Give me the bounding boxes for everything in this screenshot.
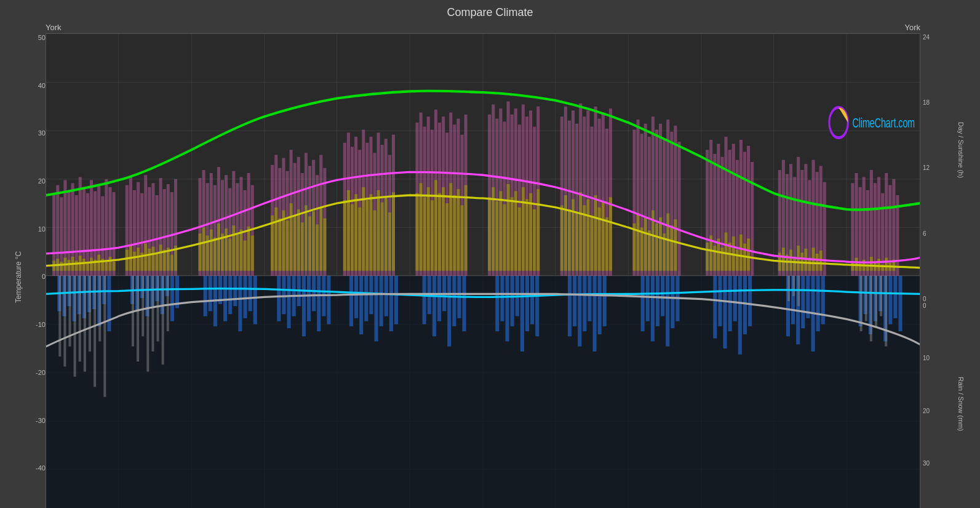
svg-rect-59	[302, 276, 306, 336]
svg-rect-488	[870, 257, 873, 271]
svg-rect-90	[525, 276, 529, 331]
svg-rect-75	[423, 276, 426, 325]
svg-rect-356	[159, 244, 162, 271]
svg-rect-96	[583, 276, 586, 331]
svg-rect-399	[373, 211, 376, 271]
svg-rect-391	[343, 200, 346, 271]
svg-rect-395	[358, 208, 361, 271]
svg-rect-441	[590, 216, 593, 271]
svg-rect-132	[893, 276, 897, 318]
chart-svg: ClimeChart.com ClimeChart.com	[46, 34, 920, 508]
svg-rect-423	[503, 204, 506, 271]
svg-rect-378	[278, 219, 281, 271]
svg-rect-468	[739, 235, 743, 271]
svg-rect-467	[736, 249, 739, 270]
svg-rect-353	[148, 249, 151, 271]
svg-rect-413	[445, 203, 448, 271]
svg-rect-347	[125, 249, 129, 270]
svg-rect-394	[354, 194, 357, 270]
svg-rect-426	[514, 191, 517, 270]
right-sunshine-ticks: 24 18 12 6 0	[920, 23, 954, 302]
svg-rect-86	[506, 276, 509, 341]
svg-rect-91	[530, 276, 534, 325]
svg-rect-390	[323, 219, 326, 271]
svg-rect-411	[438, 193, 441, 271]
svg-rect-362	[202, 227, 205, 270]
svg-rect-336	[75, 260, 78, 270]
svg-rect-389	[319, 208, 322, 271]
svg-rect-384	[301, 222, 304, 271]
top-labels: York York	[46, 23, 920, 33]
svg-rect-474	[789, 249, 792, 270]
svg-rect-72	[384, 276, 388, 316]
chart-plot-area: ClimeChart.com ClimeChart.com	[46, 33, 920, 508]
svg-rect-374	[247, 227, 250, 271]
svg-rect-140	[89, 276, 91, 352]
svg-rect-409	[431, 200, 434, 271]
svg-rect-354	[151, 247, 154, 271]
svg-rect-446	[609, 197, 612, 271]
svg-rect-410	[434, 180, 437, 270]
svg-rect-408	[427, 187, 430, 271]
svg-rect-459	[706, 243, 709, 271]
svg-rect-135	[63, 276, 66, 366]
svg-rect-102	[646, 276, 650, 321]
svg-rect-139	[84, 276, 86, 372]
svg-rect-106	[666, 276, 669, 347]
svg-rect-438	[579, 192, 582, 271]
svg-rect-424	[507, 184, 510, 271]
svg-rect-448	[637, 213, 640, 270]
svg-rect-443	[598, 208, 601, 271]
svg-rect-101	[641, 276, 645, 331]
svg-rect-449	[640, 227, 643, 270]
svg-rect-95	[578, 276, 581, 347]
svg-rect-134	[58, 276, 61, 357]
svg-rect-290	[677, 142, 680, 276]
svg-rect-364	[210, 230, 213, 271]
svg-rect-60	[307, 276, 311, 321]
svg-rect-44	[209, 276, 212, 311]
svg-rect-388	[316, 224, 319, 270]
svg-rect-345	[108, 257, 111, 271]
svg-rect-387	[312, 211, 315, 271]
svg-rect-325	[881, 193, 884, 276]
right-rain-ticks: 0 10 20 30 40	[920, 302, 954, 508]
svg-rect-115	[743, 276, 747, 334]
svg-rect-156	[865, 276, 867, 321]
svg-rect-355	[156, 254, 159, 271]
svg-rect-432	[536, 189, 540, 271]
left-y-axis: 50 40 30 20 10 0 -10 -20 -30 -40 -50	[26, 23, 46, 508]
svg-rect-157	[870, 276, 872, 341]
svg-rect-434	[564, 195, 567, 271]
svg-rect-152	[787, 276, 790, 301]
svg-rect-338	[82, 259, 86, 271]
svg-rect-425	[511, 197, 514, 271]
svg-rect-332	[60, 262, 63, 271]
svg-rect-62	[317, 276, 321, 331]
svg-rect-142	[98, 276, 101, 341]
svg-rect-52	[249, 276, 252, 311]
right-axis-rain-label: Rain / Snow (mm)	[954, 277, 968, 509]
svg-rect-453	[655, 224, 658, 271]
svg-rect-421	[495, 201, 498, 271]
chart-area: Temperature °C 50 40 30 20 10 0 -10 -20 …	[12, 23, 968, 508]
svg-rect-342	[97, 255, 100, 271]
svg-rect-422	[499, 191, 502, 270]
svg-rect-116	[748, 276, 752, 326]
svg-rect-32	[107, 276, 111, 331]
svg-rect-149	[157, 276, 159, 341]
svg-rect-68	[364, 276, 368, 321]
svg-rect-105	[661, 276, 664, 316]
svg-rect-368	[225, 228, 228, 271]
svg-rect-415	[453, 195, 456, 271]
svg-rect-56	[287, 276, 291, 328]
svg-rect-416	[456, 189, 460, 271]
svg-rect-133	[899, 276, 902, 331]
svg-rect-397	[365, 200, 368, 271]
svg-rect-402	[384, 196, 388, 271]
svg-rect-412	[442, 187, 445, 271]
svg-rect-77	[432, 276, 436, 336]
svg-rect-109	[713, 276, 717, 339]
right-axis-sunshine-label: Day / Sunshine (h)	[954, 23, 968, 277]
svg-rect-113	[733, 276, 737, 321]
